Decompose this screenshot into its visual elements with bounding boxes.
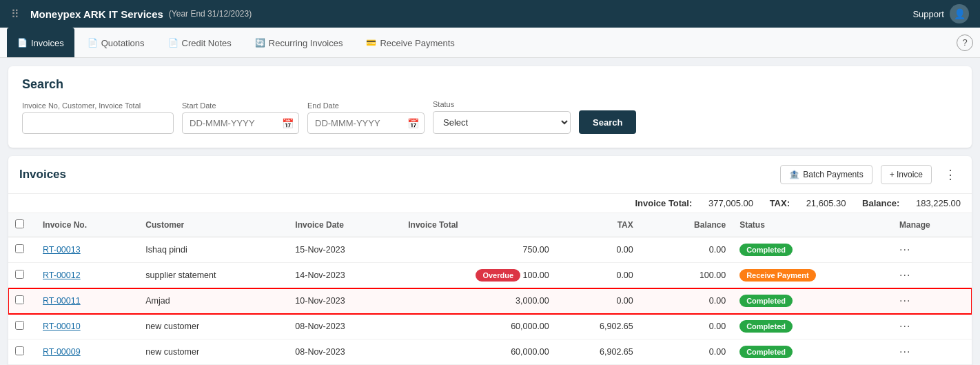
row-checkbox-cell <box>8 288 36 314</box>
row-checkbox-cell <box>8 314 36 339</box>
row-invoice-no: RT-00010 <box>36 314 139 339</box>
row-customer: supplier statement <box>139 263 288 288</box>
row-manage[interactable]: ··· <box>892 237 972 263</box>
row-manage[interactable]: ··· <box>892 288 972 314</box>
invoice-link[interactable]: RT-00013 <box>43 245 81 255</box>
invoice-link[interactable]: RT-00011 <box>43 296 81 306</box>
add-invoice-button[interactable]: + Invoice <box>881 165 932 184</box>
start-date-label: Start Date <box>182 101 299 110</box>
row-invoice-total: 60,000.00 <box>401 339 556 365</box>
balance-value: 183,225.00 <box>916 198 961 208</box>
tab-quotations[interactable]: 📄 Quotations <box>77 28 155 57</box>
tax-label: TAX: <box>770 198 790 208</box>
tab-credit-notes[interactable]: 📄 Credit Notes <box>158 28 242 57</box>
row-checkbox[interactable] <box>15 321 24 330</box>
search-input[interactable] <box>22 112 174 134</box>
col-status: Status <box>733 213 892 237</box>
row-status: Completed <box>733 314 892 339</box>
col-manage: Manage <box>892 213 972 237</box>
tab-quotations-label: Quotations <box>101 38 145 48</box>
row-status: Receive Payment <box>733 263 892 288</box>
row-tax: 6,902.65 <box>556 339 640 365</box>
avatar[interactable]: 👤 <box>950 4 969 23</box>
manage-dots-button[interactable]: ··· <box>899 295 910 306</box>
status-select[interactable]: Select Completed Overdue Receive Payment <box>433 111 571 134</box>
invoice-link[interactable]: RT-00009 <box>43 347 81 357</box>
invoice-total-label: Invoice Total: <box>635 198 692 208</box>
row-balance: 0.00 <box>640 339 733 365</box>
batch-payments-button[interactable]: 🏦 Batch Payments <box>780 165 872 184</box>
row-checkbox-cell <box>8 237 36 263</box>
start-date-group: Start Date 📅 <box>182 101 299 134</box>
select-all-checkbox[interactable] <box>15 219 24 228</box>
invoice-link[interactable]: RT-00012 <box>43 270 81 280</box>
row-manage[interactable]: ··· <box>892 314 972 339</box>
invoice-link[interactable]: RT-00010 <box>43 322 81 331</box>
tab-receive-payments[interactable]: 💳 Receive Payments <box>356 28 465 57</box>
manage-dots-button[interactable]: ··· <box>899 346 910 357</box>
col-invoice-total: Invoice Total <box>401 213 556 237</box>
credit-notes-icon: 📄 <box>168 38 178 48</box>
overdue-badge: Overdue <box>476 269 520 282</box>
end-date-label: End Date <box>307 101 425 110</box>
totals-row: Invoice Total: 377,005.00 TAX: 21,605.30… <box>8 194 972 213</box>
top-bar-left: ⠿ Moneypex ARK IT Services (Year End 31/… <box>11 8 252 21</box>
row-customer: new customer <box>139 339 288 365</box>
table-row: RT-00013Ishaq pindi15-Nov-2023750.000.00… <box>8 237 972 263</box>
col-invoice-date: Invoice Date <box>288 213 401 237</box>
tax-value: 21,605.30 <box>806 198 846 208</box>
end-date-input[interactable] <box>307 112 425 134</box>
status-badge: Completed <box>739 295 793 307</box>
row-tax: 0.00 <box>556 263 640 288</box>
row-checkbox[interactable] <box>15 295 24 304</box>
quotations-icon: 📄 <box>88 38 98 48</box>
table-row: RT-00011Amjad10-Nov-20233,000.000.000.00… <box>8 288 972 314</box>
top-bar: ⠿ Moneypex ARK IT Services (Year End 31/… <box>0 0 980 28</box>
status-badge: Completed <box>739 320 793 333</box>
more-options-button[interactable]: ⋮ <box>940 164 961 185</box>
row-manage[interactable]: ··· <box>892 339 972 365</box>
col-tax: TAX <box>556 213 640 237</box>
row-customer: Ishaq pindi <box>139 237 288 263</box>
row-balance: 0.00 <box>640 237 733 263</box>
support-label[interactable]: Support <box>912 9 944 19</box>
start-date-input[interactable] <box>182 112 299 134</box>
add-invoice-label: + Invoice <box>890 170 923 179</box>
receive-payments-icon: 💳 <box>366 38 376 48</box>
row-invoice-total: 750.00 <box>401 237 556 263</box>
app-title: Moneypex ARK IT Services <box>30 8 163 20</box>
row-date: 08-Nov-2023 <box>288 314 401 339</box>
search-button[interactable]: Search <box>579 110 636 134</box>
end-date-wrapper: 📅 <box>307 112 425 134</box>
tab-recurring-invoices[interactable]: 🔄 Recurring Invoices <box>245 28 354 57</box>
manage-dots-button[interactable]: ··· <box>899 244 910 255</box>
row-status: Completed <box>733 288 892 314</box>
row-checkbox[interactable] <box>15 244 24 253</box>
row-date: 15-Nov-2023 <box>288 237 401 263</box>
help-button[interactable]: ? <box>957 34 973 51</box>
row-tax: 6,902.65 <box>556 314 640 339</box>
search-panel: Search Invoice No, Customer, Invoice Tot… <box>8 66 972 148</box>
row-balance: 0.00 <box>640 288 733 314</box>
row-invoice-total: Overdue 100.00 <box>401 263 556 288</box>
invoices-header: Invoices 🏦 Batch Payments + Invoice ⋮ <box>8 156 972 194</box>
tab-invoices[interactable]: 📄 Invoices <box>7 28 74 57</box>
col-customer: Customer <box>139 213 288 237</box>
invoice-search-label: Invoice No, Customer, Invoice Total <box>22 101 174 110</box>
row-invoice-no: RT-00012 <box>36 263 139 288</box>
tab-invoices-label: Invoices <box>31 38 64 48</box>
row-tax: 0.00 <box>556 237 640 263</box>
invoices-section: Invoices 🏦 Batch Payments + Invoice ⋮ In… <box>8 156 972 365</box>
row-checkbox[interactable] <box>15 270 24 279</box>
manage-dots-button[interactable]: ··· <box>899 269 910 281</box>
col-balance: Balance <box>640 213 733 237</box>
tab-bar: 📄 Invoices 📄 Quotations 📄 Credit Notes 🔄… <box>0 28 980 58</box>
row-manage[interactable]: ··· <box>892 263 972 288</box>
row-invoice-total: 3,000.00 <box>401 288 556 314</box>
app-subtitle: (Year End 31/12/2023) <box>169 9 252 19</box>
status-group: Status Select Completed Overdue Receive … <box>433 100 571 134</box>
batch-payments-icon: 🏦 <box>789 170 799 179</box>
recurring-invoices-icon: 🔄 <box>255 38 265 48</box>
row-checkbox[interactable] <box>15 346 24 355</box>
manage-dots-button[interactable]: ··· <box>899 320 910 332</box>
